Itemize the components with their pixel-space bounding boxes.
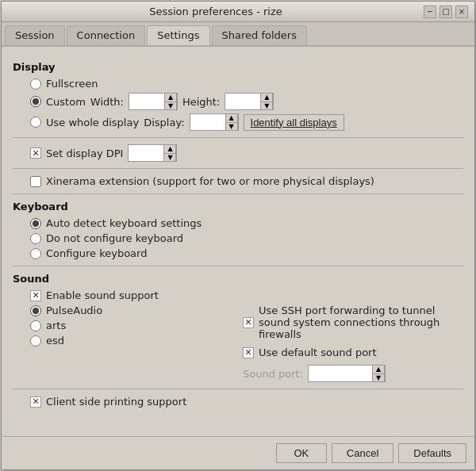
display-section-label: Display <box>13 61 463 73</box>
xinerama-row: Xinerama extension (support for two or m… <box>30 175 463 187</box>
sound-left-col: PulseAudio arts esd <box>13 304 235 382</box>
main-window: Session preferences - rize − □ × Session… <box>1 1 475 470</box>
tab-connection[interactable]: Connection <box>67 25 146 45</box>
width-spinbox-buttons: ▲ ▼ <box>164 93 177 110</box>
identify-displays-button[interactable]: Identify all displays <box>244 114 344 131</box>
custom-label: Custom <box>46 96 86 108</box>
tab-session[interactable]: Session <box>5 25 65 45</box>
height-spinbox-buttons: ▲ ▼ <box>260 93 273 110</box>
esd-label: esd <box>46 335 64 347</box>
dpi-up-button[interactable]: ▲ <box>163 144 176 153</box>
titlebar: Session preferences - rize − □ × <box>2 2 474 22</box>
display-num-spinbox-buttons: ▲ ▼ <box>225 113 238 131</box>
use-default-port-checkbox[interactable]: ✕ <box>243 347 254 358</box>
auto-detect-keyboard-label: Auto detect keyboard settings <box>46 217 202 229</box>
configure-keyboard-radio[interactable] <box>30 248 41 259</box>
ssh-tunnel-text: Use SSH port forwarding to tunnel sound … <box>259 304 463 340</box>
width-down-button[interactable]: ▼ <box>164 101 177 110</box>
sound-right-col: ✕ Use SSH port forwarding to tunnel soun… <box>243 304 463 382</box>
height-input[interactable]: 768 <box>225 94 260 109</box>
pulseaudio-radio[interactable] <box>30 305 41 316</box>
width-up-button[interactable]: ▲ <box>164 93 177 101</box>
settings-content: Display Fullscreen Custom Width: 1024 ▲ … <box>2 47 474 436</box>
do-not-configure-keyboard-row: Do not configure keyboard <box>30 232 463 244</box>
sound-section-label: Sound <box>13 273 463 285</box>
whole-display-row: Use whole display Display: 1 ▲ ▼ Identif… <box>30 113 463 131</box>
width-spinbox[interactable]: 1024 ▲ ▼ <box>129 93 178 110</box>
arts-label: arts <box>46 320 66 331</box>
fullscreen-radio[interactable] <box>30 78 41 90</box>
sound-port-down-button[interactable]: ▼ <box>372 373 385 382</box>
minimize-button[interactable]: − <box>424 6 436 18</box>
fullscreen-row: Fullscreen <box>30 78 463 90</box>
sound-port-spinbox-buttons: ▲ ▼ <box>372 365 385 382</box>
display-num-up-button[interactable]: ▲ <box>225 113 238 122</box>
use-default-port-label: Use default sound port <box>259 347 377 358</box>
printing-checkbox[interactable]: ✕ <box>30 396 41 408</box>
dpi-input[interactable]: 96 <box>129 145 163 161</box>
set-dpi-checkbox[interactable]: ✕ <box>30 147 41 159</box>
sound-port-up-button[interactable]: ▲ <box>372 365 385 373</box>
ok-button[interactable]: OK <box>276 443 327 463</box>
sound-port-label: Sound port: <box>243 368 303 380</box>
arts-row: arts <box>30 320 235 331</box>
esd-radio[interactable] <box>30 335 41 347</box>
printing-row: ✕ Client side printing support <box>30 396 463 408</box>
height-label: Height: <box>182 96 220 108</box>
auto-detect-keyboard-row: Auto detect keyboard settings <box>30 217 463 229</box>
configure-keyboard-row: Configure keyboard <box>30 247 463 259</box>
maximize-button[interactable]: □ <box>440 6 452 18</box>
ssh-tunnel-label: Use SSH port forwarding to tunnel <box>259 304 435 316</box>
sound-port-row: Sound port: 4713 ▲ ▼ <box>243 365 463 382</box>
custom-radio[interactable] <box>30 96 41 107</box>
do-not-configure-keyboard-label: Do not configure keyboard <box>46 232 183 244</box>
ssh-tunnel-checkbox[interactable]: ✕ <box>243 317 254 328</box>
height-spinbox[interactable]: 768 ▲ ▼ <box>225 93 274 110</box>
pulseaudio-row: PulseAudio <box>30 304 235 316</box>
height-down-button[interactable]: ▼ <box>260 101 273 110</box>
ssh-tunnel-row: ✕ Use SSH port forwarding to tunnel soun… <box>243 304 463 340</box>
enable-sound-label: Enable sound support <box>46 289 159 301</box>
tab-settings[interactable]: Settings <box>147 25 209 45</box>
pulseaudio-label: PulseAudio <box>46 304 102 316</box>
keyboard-section-label: Keyboard <box>13 201 463 213</box>
configure-keyboard-label: Configure keyboard <box>46 247 147 259</box>
height-up-button[interactable]: ▲ <box>260 93 273 101</box>
display-num-down-button[interactable]: ▼ <box>225 122 238 131</box>
width-label: Width: <box>90 96 124 108</box>
whole-display-label: Use whole display <box>46 117 139 128</box>
ssh-tunnel-label2: sound system connections through firewal… <box>259 316 440 340</box>
set-dpi-label: Set display DPI <box>46 147 123 159</box>
fullscreen-label: Fullscreen <box>46 78 98 90</box>
default-sound-port-row: ✕ Use default sound port <box>243 347 463 358</box>
do-not-configure-keyboard-radio[interactable] <box>30 233 41 244</box>
sound-port-spinbox[interactable]: 4713 ▲ ▼ <box>308 365 386 382</box>
dpi-spinbox[interactable]: 96 ▲ ▼ <box>128 144 177 162</box>
display-num-input[interactable]: 1 <box>190 114 225 130</box>
xinerama-label: Xinerama extension (support for two or m… <box>46 175 374 187</box>
window-title: Session preferences - rize <box>8 6 424 17</box>
dpi-row: ✕ Set display DPI 96 ▲ ▼ <box>30 144 463 162</box>
arts-radio[interactable] <box>30 320 41 331</box>
auto-detect-keyboard-radio[interactable] <box>30 218 41 229</box>
custom-row: Custom Width: 1024 ▲ ▼ Height: 768 ▲ ▼ <box>30 93 463 110</box>
sound-options-row: PulseAudio arts esd ✕ Use SSH port forwa… <box>13 304 463 382</box>
dpi-down-button[interactable]: ▼ <box>163 153 176 162</box>
dpi-spinbox-buttons: ▲ ▼ <box>163 144 176 162</box>
window-action-buttons: − □ × <box>424 6 468 18</box>
width-input[interactable]: 1024 <box>129 94 164 109</box>
enable-sound-checkbox[interactable]: ✕ <box>30 290 41 301</box>
defaults-button[interactable]: Defaults <box>398 443 466 463</box>
esd-row: esd <box>30 335 235 347</box>
tab-shared-folders[interactable]: Shared folders <box>212 25 307 45</box>
display-label: Display: <box>144 117 184 128</box>
sound-port-input[interactable]: 4713 <box>309 366 372 381</box>
tab-bar: Session Connection Settings Shared folde… <box>2 22 474 47</box>
cancel-button[interactable]: Cancel <box>332 443 393 463</box>
printing-label: Client side printing support <box>46 396 186 408</box>
display-num-spinbox[interactable]: 1 ▲ ▼ <box>190 113 239 131</box>
footer: OK Cancel Defaults <box>2 436 474 469</box>
close-button[interactable]: × <box>455 6 468 18</box>
whole-display-radio[interactable] <box>30 117 41 128</box>
xinerama-checkbox[interactable] <box>30 176 41 187</box>
